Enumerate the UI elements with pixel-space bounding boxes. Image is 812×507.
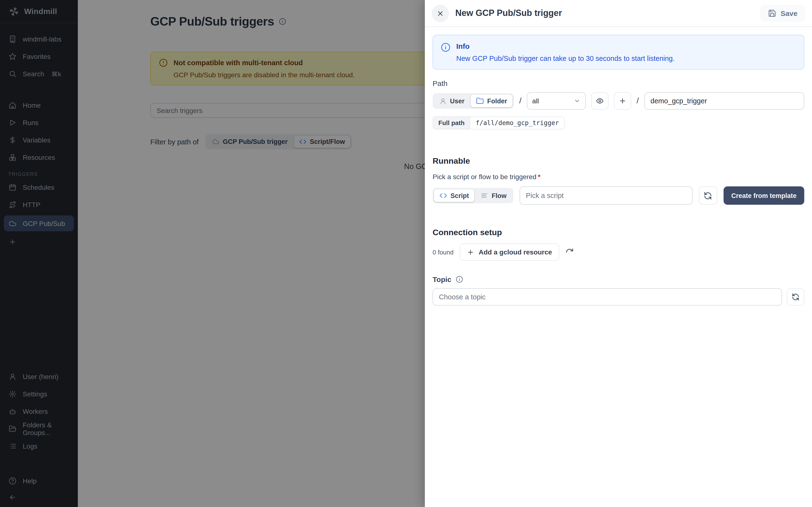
runnable-kind-flow[interactable]: Flow	[475, 189, 512, 202]
runnable-description: Pick a script or flow to be triggered*	[433, 173, 804, 181]
folder-select[interactable]: all	[527, 92, 586, 110]
full-path-value: f/all/demo_gcp_trigger	[470, 117, 564, 129]
flow-lines-icon	[481, 192, 489, 200]
create-from-template-button[interactable]: Create from template	[723, 186, 804, 205]
save-button[interactable]: Save	[760, 5, 805, 22]
add-folder-button[interactable]	[614, 92, 631, 110]
close-icon	[437, 9, 444, 17]
add-gcloud-resource-button[interactable]: Add a gcloud resource	[460, 243, 559, 261]
topic-heading: Topic	[433, 275, 451, 283]
owner-kind-label: Folder	[487, 97, 507, 105]
code-icon	[439, 192, 447, 200]
folder-select-value: all	[532, 97, 539, 105]
drawer-title: New GCP Pub/Sub trigger	[455, 8, 754, 18]
refresh-icon	[565, 248, 574, 256]
owner-kind-user[interactable]: User	[434, 95, 470, 107]
runnable-kind-script[interactable]: Script	[434, 189, 474, 202]
modal-backdrop[interactable]	[0, 0, 425, 507]
view-folder-button[interactable]	[591, 92, 609, 110]
choose-topic-input[interactable]	[433, 288, 782, 306]
full-path-chip: Full path f/all/demo_gcp_trigger	[433, 116, 565, 129]
info-banner: Info New GCP Pub/Sub trigger can take up…	[433, 35, 804, 69]
owner-kind-folder[interactable]: Folder	[471, 95, 513, 107]
topic-info-icon[interactable]	[456, 276, 463, 283]
plus-icon	[619, 97, 626, 105]
runnable-kind-toggle: Script Flow	[433, 188, 513, 203]
refresh-topics-button[interactable]	[787, 288, 804, 306]
runnable-heading: Runnable	[433, 157, 804, 166]
refresh-resources-button[interactable]	[565, 248, 574, 256]
refresh-icon	[792, 293, 800, 301]
user-icon	[439, 97, 447, 105]
save-label: Save	[780, 9, 798, 17]
info-message: New GCP Pub/Sub trigger can take up to 3…	[456, 55, 675, 62]
runnable-kind-label: Script	[451, 192, 469, 199]
runnable-kind-label: Flow	[492, 192, 507, 199]
required-asterisk: *	[538, 173, 541, 181]
add-gcloud-resource-label: Add a gcloud resource	[479, 248, 552, 256]
refresh-icon	[704, 191, 712, 200]
folder-icon	[476, 97, 484, 105]
owner-kind-toggle: User Folder	[433, 93, 514, 109]
path-separator: /	[519, 96, 521, 106]
connection-heading: Connection setup	[433, 228, 804, 237]
info-icon	[441, 43, 451, 62]
plus-icon	[467, 248, 474, 256]
eye-icon	[596, 97, 604, 105]
path-label: Path	[433, 79, 804, 88]
pick-script-input[interactable]	[520, 186, 693, 205]
owner-kind-label: User	[450, 97, 464, 105]
close-button[interactable]	[432, 5, 449, 22]
chevron-down-icon	[574, 98, 580, 104]
new-trigger-drawer: New GCP Pub/Sub trigger Save Info New GC…	[425, 0, 812, 507]
info-title: Info	[456, 42, 675, 50]
trigger-name-input[interactable]	[644, 92, 804, 110]
app-root: Windmill windmill-labs Favorites Search	[0, 0, 812, 507]
refresh-scripts-button[interactable]	[699, 186, 717, 205]
runnable-description-text: Pick a script or flow to be triggered	[433, 173, 537, 181]
full-path-label: Full path	[433, 117, 470, 129]
resources-found-count: 0 found	[433, 248, 454, 256]
save-icon	[768, 9, 776, 17]
path-separator: /	[637, 96, 639, 106]
